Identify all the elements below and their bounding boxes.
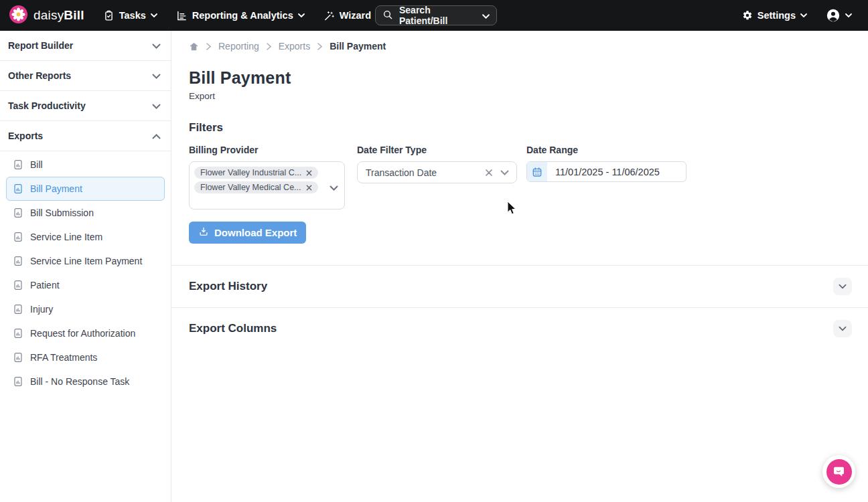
export-columns-expand-button[interactable] [833,320,852,337]
exports-list: Bill Bill Payment Bill Submission Servic… [0,151,171,399]
chevron-down-icon [800,13,807,17]
section-label: Report Builder [8,40,73,51]
nav-reporting-analytics[interactable]: Reporting & Analytics [176,10,305,21]
chevron-down-icon [298,13,305,17]
report-doc-icon [13,280,23,290]
nav-tasks[interactable]: Tasks [103,10,157,21]
breadcrumb-separator [317,43,322,50]
sidebar-item-label: Request for Authorization [30,328,135,339]
chevron-down-icon[interactable] [500,170,509,175]
date-filter-type-select[interactable]: Transaction Date [357,161,517,183]
sidebar-item-label: RFA Treatments [30,352,97,363]
sidebar-section-other-reports[interactable]: Other Reports [0,61,171,91]
sidebar-item-bill-payment[interactable]: Bill Payment [6,177,165,201]
date-range-label: Date Range [526,145,686,155]
billing-provider-field: Billing Provider Flower Valley Industria… [189,145,345,210]
magic-wand-icon [323,10,335,21]
calendar-icon[interactable] [527,162,547,181]
search-patient-bill[interactable]: Search Patient/Bill [375,5,497,25]
breadcrumb-current: Bill Payment [330,41,386,52]
provider-chip: Flower Valley Industrial C... [194,167,318,179]
nav-reporting-label: Reporting & Analytics [192,10,293,21]
report-doc-icon [13,352,23,363]
section-label: Other Reports [8,70,71,81]
billing-provider-multiselect[interactable]: Flower Valley Industrial C... Flower Val… [189,161,345,210]
chat-launcher[interactable] [822,455,855,488]
report-doc-icon [13,304,23,315]
page-subtitle: Export [189,91,868,101]
daisybill-logo[interactable]: daisyBill [9,5,84,26]
sidebar-section-exports[interactable]: Exports [0,121,171,151]
date-range-input[interactable]: 11/01/2025 - 11/06/2025 [526,161,686,182]
chevron-down-icon [845,13,852,17]
sidebar-item-rfa-treatments[interactable]: RFA Treatments [6,345,165,369]
sidebar-item-bill[interactable]: Bill [6,153,165,177]
chevron-down-icon [152,39,161,52]
sidebar-item-request-for-authorization[interactable]: Request for Authorization [6,321,165,345]
remove-chip-icon[interactable] [306,170,312,176]
sidebar-item-service-line-item-payment[interactable]: Service Line Item Payment [6,249,165,273]
filters-row: Billing Provider Flower Valley Industria… [189,145,868,210]
report-doc-icon [13,232,23,242]
sidebar-section-report-builder[interactable]: Report Builder [0,31,171,61]
gear-icon [742,10,753,21]
export-history-title: Export History [189,280,267,293]
chevron-down-icon [482,10,490,21]
sidebar-section-task-productivity[interactable]: Task Productivity [0,91,171,121]
nav-tasks-label: Tasks [119,10,146,21]
reports-sidebar: Report Builder Other Reports Task Produc… [0,31,171,502]
top-navbar: daisyBill Tasks [0,0,868,31]
report-doc-icon [13,183,23,194]
sidebar-item-label: Bill Submission [30,207,94,218]
date-filter-type-value: Transaction Date [366,167,437,178]
export-history-expand-button[interactable] [833,278,852,295]
sidebar-item-bill-no-response-task[interactable]: Bill - No Response Task [6,369,165,394]
sidebar-item-label: Bill Payment [30,183,82,194]
date-filter-type-field: Date Filter Type Transaction Date [357,145,517,183]
breadcrumb-separator [267,43,271,50]
sidebar-item-label: Bill - No Response Task [30,376,129,387]
chevron-down-icon[interactable] [330,181,338,193]
app-window: daisyBill Tasks [0,0,868,502]
breadcrumb-separator [206,43,211,50]
sidebar-item-bill-submission[interactable]: Bill Submission [6,201,165,225]
sidebar-item-label: Service Line Item Payment [30,256,142,266]
export-columns-section: Export Columns [189,308,868,349]
nav-settings-label: Settings [757,10,796,21]
clear-selection-icon[interactable] [485,169,493,177]
remove-chip-icon[interactable] [306,185,312,191]
daisy-flower-icon [9,5,27,26]
section-label: Task Productivity [8,100,86,111]
breadcrumb-exports[interactable]: Exports [279,41,310,52]
sidebar-item-label: Service Line Item [30,232,102,242]
report-doc-icon [13,376,23,387]
sidebar-item-injury[interactable]: Injury [6,297,165,321]
nav-settings[interactable]: Settings [742,10,807,21]
main-content: Reporting Exports Bill Payment Bill Paym… [171,31,868,502]
report-doc-icon [13,207,23,218]
chat-bubble-icon [826,459,852,485]
export-history-section: Export History [189,266,868,307]
report-doc-icon [13,159,23,170]
home-icon[interactable] [189,41,199,52]
date-filter-type-label: Date Filter Type [357,145,517,155]
chevron-down-icon [152,100,161,112]
sidebar-item-label: Injury [30,304,53,315]
user-avatar-icon [826,8,841,23]
sidebar-item-service-line-item[interactable]: Service Line Item [6,225,165,249]
sidebar-item-patient[interactable]: Patient [6,273,165,297]
date-range-field: Date Range 11/01/2025 - 11/06/2025 [526,145,686,182]
chevron-up-icon [152,130,161,142]
report-doc-icon [13,328,23,339]
section-label: Exports [8,131,43,141]
breadcrumb-reporting[interactable]: Reporting [218,41,259,52]
search-label: Search Patient/Bill [399,5,476,26]
download-export-button[interactable]: Download Export [189,222,306,244]
filters-heading: Filters [189,121,868,135]
report-doc-icon [13,256,23,266]
brand-wordmark: daisyBill [33,8,84,23]
nav-account-menu[interactable] [826,8,852,23]
export-columns-title: Export Columns [189,322,277,335]
nav-wizard-label: Wizard [340,10,371,21]
nav-wizard[interactable]: Wizard [323,10,382,21]
